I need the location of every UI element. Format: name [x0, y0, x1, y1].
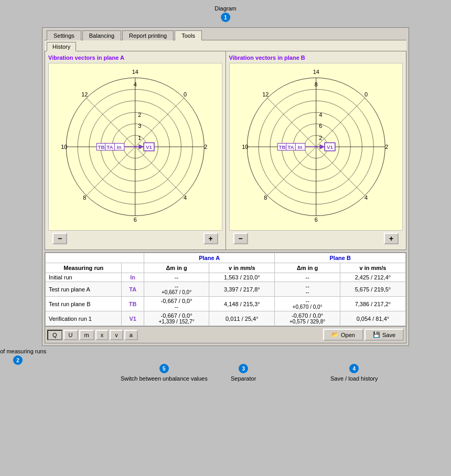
btn-m[interactable]: m	[79, 330, 94, 340]
col-run: Measuring run	[46, 263, 122, 273]
annotation-2-circle: 2	[13, 355, 23, 365]
polar-chart-b: 14 8 2 6 10 12 0 4 8 6 4 2 In	[229, 63, 403, 231]
annotation-5: 5 Switch between unbalance values	[121, 364, 208, 382]
row-dm-a: -0,667 / 0,0°--	[144, 297, 209, 311]
zoom-in-b[interactable]: +	[384, 233, 399, 244]
svg-text:2: 2	[319, 135, 322, 141]
tab-settings[interactable]: Settings	[47, 30, 81, 40]
annotation-3-label: Separator	[231, 375, 256, 382]
annotation-1-circle: 1	[221, 13, 230, 22]
tabs-row: Settings Balancing Report printing Tools	[45, 30, 406, 40]
bottom-bar: Q U m x v a 📂 Open 💾 Save	[45, 327, 406, 343]
row-v-a: 0,011 / 25,4°	[209, 311, 275, 326]
row-name: Test run plane A	[46, 282, 122, 297]
save-label: Save	[382, 332, 395, 338]
diagrams-area: Vibration vectors in plane A	[45, 51, 406, 250]
row-dm-b: --	[275, 273, 340, 282]
row-name: Initial run	[46, 273, 122, 282]
svg-text:1: 1	[138, 135, 141, 141]
col-dm-a: Δm in g	[144, 263, 209, 273]
annotation-3: 3 Separator	[231, 364, 256, 382]
btn-x[interactable]: x	[95, 330, 109, 340]
subtab-history[interactable]: History	[47, 42, 76, 51]
svg-text:TA: TA	[106, 144, 113, 150]
col-dm-b: Δm in g	[275, 263, 340, 273]
subtabs-row: History	[45, 40, 406, 51]
svg-text:0: 0	[364, 91, 368, 98]
svg-text:10: 10	[242, 144, 248, 150]
table-row: Test run plane B TB -0,667 / 0,0°-- 4,14…	[46, 297, 406, 311]
diagram-b-title: Vibration vectors in plane B	[229, 55, 403, 61]
row-dm-b: ----	[275, 282, 340, 297]
open-btn[interactable]: 📂 Open	[323, 329, 363, 341]
row-dm-a: --	[144, 273, 209, 282]
row-v-b: 2,425 / 212,4°	[340, 273, 405, 282]
svg-text:0: 0	[184, 91, 187, 98]
row-v-b: 0,054 / 81,4°	[340, 311, 405, 326]
svg-text:10: 10	[61, 144, 67, 150]
row-name: Test run plane B	[46, 297, 122, 311]
svg-text:6: 6	[319, 123, 322, 129]
svg-text:6: 6	[314, 217, 317, 223]
row-name: Verification run 1	[46, 311, 122, 326]
svg-text:TA: TA	[287, 144, 294, 150]
tab-tools[interactable]: Tools	[175, 30, 202, 40]
btn-v[interactable]: v	[110, 330, 123, 340]
svg-text:4: 4	[319, 112, 322, 118]
zoom-bar-a: − +	[48, 231, 222, 246]
zoom-in-a[interactable]: +	[203, 233, 218, 244]
row-dm-a: --+0,667 / 0,0°	[144, 282, 209, 297]
svg-text:V1: V1	[146, 144, 153, 150]
annotation-5-circle: 5	[159, 364, 169, 373]
row-abbrev: In	[122, 273, 144, 282]
btn-q[interactable]: Q	[47, 330, 62, 340]
row-v-a: 1,563 / 210,0°	[209, 273, 275, 282]
svg-text:8: 8	[264, 194, 267, 201]
svg-text:14: 14	[132, 69, 138, 75]
save-btn[interactable]: 💾 Save	[364, 329, 404, 341]
svg-text:3: 3	[138, 123, 141, 129]
zoom-out-a[interactable]: −	[52, 233, 67, 244]
data-table: Plane A Plane B Measuring run Δm in g v …	[45, 253, 406, 326]
plane-a-header: Plane A	[144, 253, 275, 263]
svg-text:12: 12	[81, 91, 88, 98]
btn-u[interactable]: U	[63, 330, 78, 340]
annotation-4-label: Save / load history	[330, 375, 378, 382]
row-dm-a: -0,667 / 0,0°+1,339 / 152,7°	[144, 311, 209, 326]
tab-report-printing[interactable]: Report printing	[122, 30, 174, 40]
zoom-out-b[interactable]: −	[233, 233, 248, 244]
open-icon: 📂	[331, 331, 339, 338]
annotation-4: 4 Save / load history	[330, 364, 378, 382]
svg-text:6: 6	[134, 217, 137, 223]
zoom-bar-b: − +	[229, 231, 403, 246]
svg-text:2: 2	[138, 112, 141, 118]
diagram-panel-a: Vibration vectors in plane A	[45, 51, 225, 250]
svg-text:8: 8	[83, 194, 86, 201]
btn-a[interactable]: a	[124, 330, 138, 340]
svg-text:TB: TB	[278, 144, 285, 150]
svg-text:4: 4	[184, 194, 187, 201]
svg-text:4: 4	[134, 81, 137, 88]
annotation-4-circle: 4	[349, 364, 359, 373]
annotation-5-label: Switch between unbalance values	[121, 375, 208, 382]
annotation-3-circle: 3	[239, 364, 248, 373]
open-label: Open	[341, 332, 355, 338]
svg-text:In: In	[117, 144, 122, 150]
svg-text:2: 2	[385, 144, 388, 150]
save-icon: 💾	[373, 331, 380, 338]
row-dm-b: --+0,670 / 0,0°	[275, 297, 340, 311]
row-abbrev: TA	[122, 282, 144, 297]
polar-chart-a: 14 4 2 6 10 12 0 4 8 3 2 1	[48, 63, 222, 231]
table-row: Test run plane A TA --+0,667 / 0,0° 3,39…	[46, 282, 406, 297]
tab-balancing[interactable]: Balancing	[82, 30, 121, 40]
svg-text:8: 8	[314, 81, 317, 88]
svg-text:14: 14	[313, 69, 319, 75]
row-abbrev: TB	[122, 297, 144, 311]
row-v-b: 7,386 / 217,2°	[340, 297, 405, 311]
row-v-a: 4,148 / 215,3°	[209, 297, 275, 311]
polar-svg-b: 14 8 2 6 10 12 0 4 8 6 4 2 In	[230, 63, 403, 230]
diagram-label: Diagram	[214, 5, 237, 12]
svg-text:V1: V1	[327, 144, 334, 150]
col-v-a: v in mm/s	[209, 263, 275, 273]
svg-text:In: In	[297, 144, 302, 150]
